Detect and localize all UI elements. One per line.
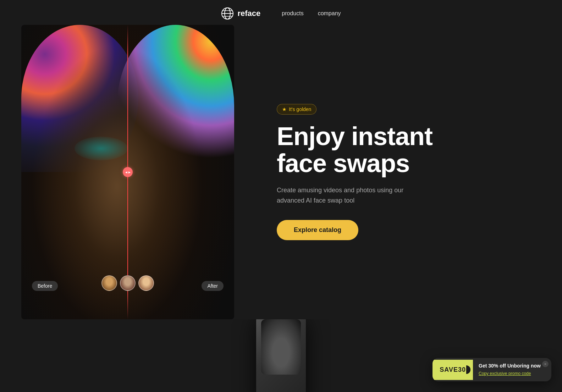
navbar: reface products company: [0, 0, 562, 27]
face-thumbnails: [101, 275, 154, 291]
before-label: Before: [32, 281, 58, 291]
hero-title-line2: face swaps: [277, 149, 409, 177]
logo-icon: [221, 7, 234, 20]
device-preview: [246, 319, 316, 392]
face-thumb-3[interactable]: [138, 275, 154, 291]
hero-image-container: ◄► Before After: [21, 25, 234, 319]
face-thumb-2[interactable]: [120, 275, 136, 291]
logo-text: reface: [237, 9, 260, 18]
nav-logo[interactable]: reface: [221, 7, 260, 20]
hero-image: ◄► Before After: [21, 25, 234, 319]
promo-title: Get 30% off Unboring now: [479, 363, 541, 369]
nav-links: products company: [282, 10, 341, 17]
divider-handle[interactable]: ◄►: [123, 167, 133, 177]
after-label: After: [202, 281, 224, 291]
promo-close-button[interactable]: ×: [542, 361, 549, 367]
star-icon: ★: [282, 106, 287, 112]
hero-subtitle: Create amusing videos and photos using o…: [277, 185, 412, 206]
promo-copy-link[interactable]: Copy exclusive promo code: [479, 371, 531, 376]
hero-title: Enjoy instant face swaps: [277, 123, 534, 177]
promo-info: Get 30% off Unboring now Copy exclusive …: [473, 358, 551, 381]
hero-content: ★ It's golden Enjoy instant face swaps C…: [234, 25, 562, 319]
nav-company[interactable]: company: [318, 10, 341, 17]
golden-badge: ★ It's golden: [277, 104, 316, 115]
hero-title-line1: Enjoy instant: [277, 122, 432, 150]
face-thumb-1[interactable]: [101, 275, 117, 291]
badge-text: It's golden: [289, 106, 311, 112]
nav-products[interactable]: products: [282, 10, 303, 17]
explore-catalog-button[interactable]: Explore catalog: [277, 220, 358, 240]
promo-code: SAVE30: [440, 366, 466, 374]
device-body: [256, 319, 306, 392]
hero-section: ◄► Before After ★ It's golden Enjoy inst…: [0, 0, 562, 319]
promo-toast: × SAVE30 Get 30% off Unboring now Copy e…: [432, 358, 551, 381]
